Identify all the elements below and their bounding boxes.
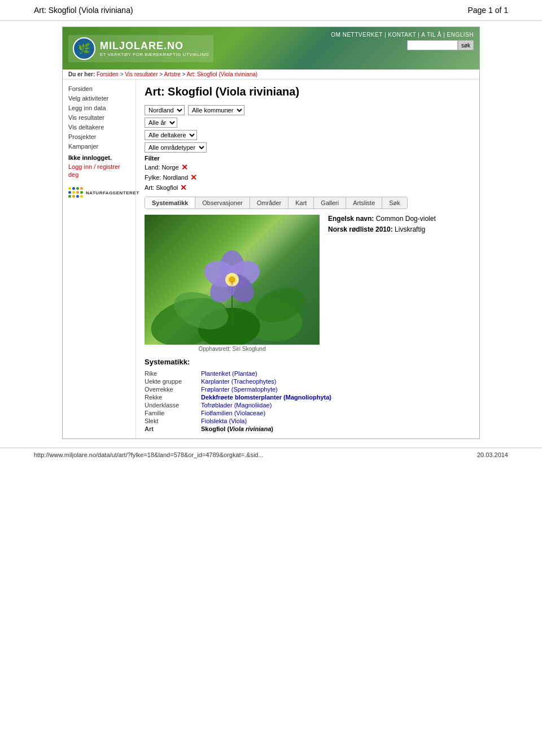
english-name-line: Engelsk navn: Common Dog-violet [328,215,471,223]
filter-section: Nordland Alle kommuner Alle år Alle [145,105,471,192]
breadcrumb-bar: Du er her: Forsiden > Vis resultater > A… [63,69,479,80]
search-input[interactable] [407,40,458,50]
sidebar-item-vis-resultater[interactable]: Vis resultater [68,114,130,121]
row-key: Uekte gruppe [145,377,201,385]
table-row: Overrekke Frøplanter (Spermatophyte) [145,385,471,393]
redlist-line: Norsk rødliste 2010: Livskraftig [328,225,471,233]
art-filter: Art: Skogfiol ✕ [145,183,471,192]
du-er-her-label: Du er her: [68,71,95,77]
row-key: Underklasse [145,401,201,409]
breadcrumb-forsiden[interactable]: Forsiden [97,71,119,77]
banner-right: OM NETTVERKET | KONTAKT | A TIL Å | ENGL… [331,32,474,50]
filter-row-3: Alle deltakere [145,130,471,140]
row-key: Slekt [145,417,201,425]
page-title: Art: Skogfiol (Viola riviniana) [34,6,133,15]
row-key: Overrekke [145,385,201,393]
logo-icon: 🌿 [73,37,95,60]
breadcrumb-current[interactable]: Art: Skogfiol (Viola riviniana) [187,71,257,77]
table-row-art: Art Skogfiol (Viola riviniana) [145,425,471,433]
fylke-filter: Fylke: Nordland ✕ [145,173,471,182]
main-content: Art: Skogfiol (Viola riviniana) Nordland… [136,80,479,438]
tabs-bar: Systematikk Observasjoner Områder Kart G… [145,197,408,209]
syst-heading: Systematikk: [145,358,471,366]
row-key: Rekke [145,393,201,401]
footer-bar: http://www.miljolare.no/data/ut/art/?fyl… [0,447,542,462]
row-value-art: Skogfiol (Viola riviniana) [201,425,471,433]
redlist-label: Norsk rødliste 2010: [328,225,393,233]
filter-row-4: Alle områdetyper [145,142,471,153]
breadcrumb-artstre[interactable]: Artstre [164,71,180,77]
sidebar-item-legg-inn-data[interactable]: Legg inn data [68,105,130,111]
row-value: Karplanter (Tracheophytes) [201,377,471,385]
species-area: Opphavsrett: Siri Skoglund Engelsk navn:… [145,215,471,352]
row-link[interactable]: Fiolslekta (Viola) [201,418,247,424]
table-row: Rekke Dekkfrøete blomsterplanter (Magnol… [145,393,471,401]
site-frame: 🌿 MILJOLARE.NO ET VERKTØY FOR BÆREKRAFTI… [62,27,480,439]
content-area: Forsiden Velg aktiviteter Legg inn data … [63,80,479,438]
row-value: Planteriket (Plantae) [201,370,471,377]
tab-artsliste[interactable]: Artsliste [346,197,382,208]
row-key: Rike [145,370,201,377]
land-filter: Land: Norge ✕ [145,163,471,172]
row-link[interactable]: Dekkfrøete blomsterplanter (Magnoliophyt… [201,394,331,401]
not-logged-label: Ikke innlogget. [68,154,130,161]
land-filter-remove[interactable]: ✕ [181,163,188,172]
table-row: Underklasse Tofrøblader (Magnoliidae) [145,401,471,409]
omrade-select[interactable]: Alle områdetyper [145,142,207,153]
top-nav: OM NETTVERKET | KONTAKT | A TIL Å | ENGL… [331,32,474,38]
tab-omrader[interactable]: Områder [250,197,289,208]
site-banner: 🌿 MILJOLARE.NO ET VERKTØY FOR BÆREKRAFTI… [63,27,479,69]
species-info: Engelsk navn: Common Dog-violet Norsk rø… [328,215,471,352]
row-link[interactable]: Karplanter (Tracheophytes) [201,378,277,385]
page-of-label: Page 1 of 1 [467,6,508,15]
login-link[interactable]: Logg inn / registrer deg [68,163,120,178]
row-key-art: Art [145,425,201,433]
row-link[interactable]: Fiolfamilien (Violaceae) [201,410,265,416]
tab-sok[interactable]: Søk [382,197,407,208]
syst-table: Rike Planteriket (Plantae) Uekte gruppe … [145,370,471,433]
logo-text: MILJOLARE.NO ET VERKTØY FOR BÆREKRAFTIG … [100,40,209,57]
species-image [145,215,320,345]
naturf-logo: NATURFAGSENTERET [68,187,130,198]
tab-observasjoner[interactable]: Observasjoner [195,197,250,208]
art-filter-remove[interactable]: ✕ [180,183,187,192]
naturf-text: NATURFAGSENTERET [86,190,139,195]
table-row: Uekte gruppe Karplanter (Tracheophytes) [145,377,471,385]
row-link[interactable]: Planteriket (Plantae) [201,370,257,377]
row-link[interactable]: Frøplanter (Spermatophyte) [201,386,278,393]
kommune-select[interactable]: Alle kommuner [188,105,244,115]
fylke-filter-remove[interactable]: ✕ [190,173,197,182]
sidebar-item-kampanjer[interactable]: Kampanjer [68,143,130,150]
sidebar-item-prosjekter[interactable]: Prosjekter [68,133,130,140]
tab-systematikk[interactable]: Systematikk [145,197,195,208]
year-select[interactable]: Alle år [145,118,177,128]
breadcrumb-vis-resultater[interactable]: Vis resultater [125,71,158,77]
table-row: Rike Planteriket (Plantae) [145,370,471,377]
tab-kart[interactable]: Kart [289,197,314,208]
logo-main-text: MILJOLARE.NO [100,40,209,52]
sidebar-item-velg-aktiviteter[interactable]: Velg aktiviteter [68,95,130,102]
naturf-dots-icon [68,187,84,198]
deltakere-select[interactable]: Alle deltakere [145,130,197,140]
tab-galleri[interactable]: Galleri [314,197,346,208]
english-name-value: Common Dog-violet [376,215,436,223]
image-caption: Opphavsrett: Siri Skoglund [145,346,320,352]
filter-row-2: Alle år [145,118,471,128]
sidebar-item-forsiden[interactable]: Forsiden [68,85,130,92]
region-select[interactable]: Nordland [145,105,185,115]
row-key: Familie [145,409,201,417]
main-heading: Art: Skogfiol (Viola riviniana) [145,85,471,98]
species-image-wrap: Opphavsrett: Siri Skoglund [145,215,320,352]
filter-label: Filter [145,155,471,162]
sidebar-nav: Forsiden Velg aktiviteter Legg inn data … [68,85,130,150]
footer-date: 20.03.2014 [477,451,508,458]
row-value: Fiolslekta (Viola) [201,417,471,425]
filter-row-1: Nordland Alle kommuner [145,105,471,115]
redlist-value: Livskraftig [395,225,425,233]
footer-url: http://www.miljolare.no/data/ut/art/?fyl… [34,451,264,458]
search-button[interactable]: søk [458,40,474,50]
page-header: Art: Skogfiol (Viola riviniana) Page 1 o… [0,0,542,21]
logo-sub-text: ET VERKTØY FOR BÆREKRAFTIG UTVIKLING [100,52,209,57]
sidebar-item-vis-deltakere[interactable]: Vis deltakere [68,124,130,131]
row-link[interactable]: Tofrøblader (Magnoliidae) [201,402,272,409]
